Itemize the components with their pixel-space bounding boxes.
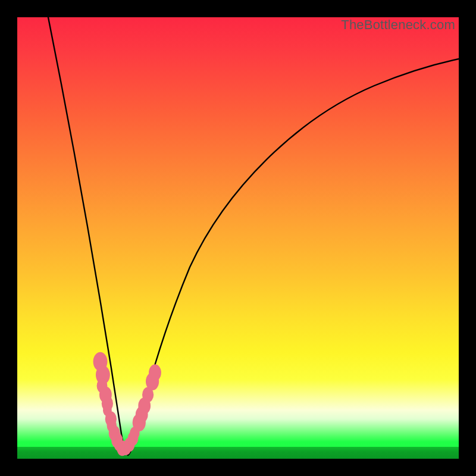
scatter-point (149, 364, 161, 381)
chart-svg (17, 17, 459, 459)
plot-area: TheBottleneck.com (17, 17, 459, 459)
scatter-blobs (93, 352, 161, 456)
chart-frame: TheBottleneck.com (0, 0, 476, 476)
